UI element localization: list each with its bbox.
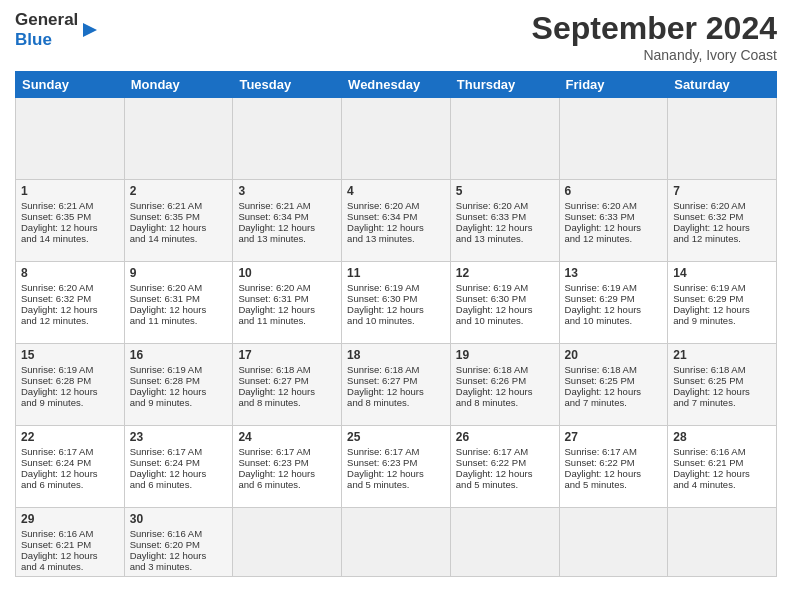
cell-info-line: Daylight: 12 hours (130, 550, 228, 561)
logo-general: General (15, 10, 78, 29)
cell-info-line: and 13 minutes. (456, 233, 554, 244)
cell-info-line: Sunset: 6:25 PM (673, 375, 771, 386)
cell-info-line: Daylight: 12 hours (347, 468, 445, 479)
col-saturday: Saturday (668, 72, 777, 98)
cell-info-line: and 10 minutes. (456, 315, 554, 326)
calendar-cell (342, 98, 451, 180)
calendar-cell: 1Sunrise: 6:21 AMSunset: 6:35 PMDaylight… (16, 180, 125, 262)
title-block: September 2024 Nanandy, Ivory Coast (532, 10, 777, 63)
cell-info-line: Daylight: 12 hours (673, 304, 771, 315)
cell-info-line: Sunrise: 6:19 AM (673, 282, 771, 293)
cell-info-line: Sunrise: 6:18 AM (673, 364, 771, 375)
cell-info-line: and 10 minutes. (347, 315, 445, 326)
cell-info-line: Daylight: 12 hours (673, 222, 771, 233)
cell-info-line: Sunrise: 6:21 AM (21, 200, 119, 211)
cell-info-line: Daylight: 12 hours (347, 222, 445, 233)
day-number: 8 (21, 266, 119, 280)
cell-info-line: Sunrise: 6:21 AM (238, 200, 336, 211)
cell-info-line: Sunset: 6:22 PM (565, 457, 663, 468)
calendar-cell: 20Sunrise: 6:18 AMSunset: 6:25 PMDayligh… (559, 344, 668, 426)
cell-info-line: Daylight: 12 hours (21, 386, 119, 397)
cell-info-line: Daylight: 12 hours (130, 304, 228, 315)
day-number: 28 (673, 430, 771, 444)
cell-info-line: Sunset: 6:23 PM (347, 457, 445, 468)
cell-info-line: and 11 minutes. (238, 315, 336, 326)
col-wednesday: Wednesday (342, 72, 451, 98)
cell-info-line: Sunrise: 6:19 AM (565, 282, 663, 293)
day-number: 21 (673, 348, 771, 362)
calendar-header-row: Sunday Monday Tuesday Wednesday Thursday… (16, 72, 777, 98)
calendar-cell: 13Sunrise: 6:19 AMSunset: 6:29 PMDayligh… (559, 262, 668, 344)
calendar-cell (233, 98, 342, 180)
cell-info-line: Daylight: 12 hours (456, 222, 554, 233)
cell-info-line: Sunset: 6:32 PM (21, 293, 119, 304)
calendar-cell: 16Sunrise: 6:19 AMSunset: 6:28 PMDayligh… (124, 344, 233, 426)
cell-info-line: Sunrise: 6:18 AM (347, 364, 445, 375)
cell-info-line: Daylight: 12 hours (238, 468, 336, 479)
cell-info-line: and 7 minutes. (673, 397, 771, 408)
day-number: 11 (347, 266, 445, 280)
cell-info-line: Sunset: 6:27 PM (238, 375, 336, 386)
cell-info-line: Sunrise: 6:19 AM (21, 364, 119, 375)
day-number: 27 (565, 430, 663, 444)
cell-info-line: and 6 minutes. (238, 479, 336, 490)
calendar-cell (233, 508, 342, 577)
cell-info-line: Daylight: 12 hours (21, 468, 119, 479)
calendar-page: General Blue September 2024 Nanandy, Ivo… (0, 0, 792, 612)
calendar-cell (668, 98, 777, 180)
cell-info-line: and 5 minutes. (456, 479, 554, 490)
day-number: 22 (21, 430, 119, 444)
page-header: General Blue September 2024 Nanandy, Ivo… (15, 10, 777, 63)
cell-info-line: Sunrise: 6:20 AM (238, 282, 336, 293)
calendar-cell (16, 98, 125, 180)
cell-info-line: and 12 minutes. (673, 233, 771, 244)
cell-info-line: and 10 minutes. (565, 315, 663, 326)
cell-info-line: Sunset: 6:34 PM (238, 211, 336, 222)
calendar-cell: 26Sunrise: 6:17 AMSunset: 6:22 PMDayligh… (450, 426, 559, 508)
cell-info-line: and 6 minutes. (130, 479, 228, 490)
cell-info-line: Sunset: 6:21 PM (21, 539, 119, 550)
day-number: 20 (565, 348, 663, 362)
cell-info-line: and 4 minutes. (21, 561, 119, 572)
cell-info-line: Sunrise: 6:16 AM (21, 528, 119, 539)
day-number: 2 (130, 184, 228, 198)
cell-info-line: Daylight: 12 hours (565, 386, 663, 397)
cell-info-line: Daylight: 12 hours (21, 222, 119, 233)
cell-info-line: Daylight: 12 hours (21, 550, 119, 561)
cell-info-line: and 13 minutes. (347, 233, 445, 244)
cell-info-line: Daylight: 12 hours (238, 222, 336, 233)
day-number: 9 (130, 266, 228, 280)
cell-info-line: and 8 minutes. (347, 397, 445, 408)
calendar-table: Sunday Monday Tuesday Wednesday Thursday… (15, 71, 777, 577)
calendar-cell (450, 98, 559, 180)
calendar-cell (124, 98, 233, 180)
cell-info-line: and 5 minutes. (565, 479, 663, 490)
day-number: 7 (673, 184, 771, 198)
cell-info-line: Daylight: 12 hours (456, 386, 554, 397)
calendar-cell: 8Sunrise: 6:20 AMSunset: 6:32 PMDaylight… (16, 262, 125, 344)
cell-info-line: and 8 minutes. (238, 397, 336, 408)
svg-marker-0 (83, 23, 97, 37)
month-title: September 2024 (532, 10, 777, 47)
cell-info-line: Sunset: 6:27 PM (347, 375, 445, 386)
day-number: 18 (347, 348, 445, 362)
cell-info-line: Sunrise: 6:19 AM (130, 364, 228, 375)
cell-info-line: Sunrise: 6:17 AM (347, 446, 445, 457)
cell-info-line: and 12 minutes. (565, 233, 663, 244)
cell-info-line: Sunset: 6:31 PM (130, 293, 228, 304)
cell-info-line: Sunset: 6:24 PM (21, 457, 119, 468)
cell-info-line: and 12 minutes. (21, 315, 119, 326)
day-number: 10 (238, 266, 336, 280)
cell-info-line: Daylight: 12 hours (347, 304, 445, 315)
cell-info-line: Daylight: 12 hours (565, 222, 663, 233)
cell-info-line: Daylight: 12 hours (456, 468, 554, 479)
day-number: 6 (565, 184, 663, 198)
calendar-cell: 27Sunrise: 6:17 AMSunset: 6:22 PMDayligh… (559, 426, 668, 508)
cell-info-line: and 9 minutes. (673, 315, 771, 326)
day-number: 19 (456, 348, 554, 362)
day-number: 24 (238, 430, 336, 444)
calendar-cell: 10Sunrise: 6:20 AMSunset: 6:31 PMDayligh… (233, 262, 342, 344)
calendar-cell: 24Sunrise: 6:17 AMSunset: 6:23 PMDayligh… (233, 426, 342, 508)
cell-info-line: Sunset: 6:21 PM (673, 457, 771, 468)
calendar-cell: 17Sunrise: 6:18 AMSunset: 6:27 PMDayligh… (233, 344, 342, 426)
